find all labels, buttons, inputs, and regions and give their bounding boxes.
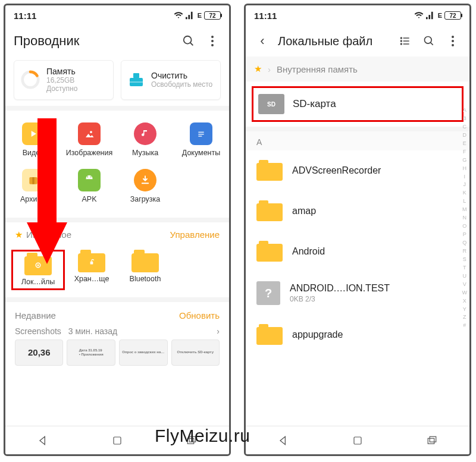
cat-empty: [173, 163, 229, 209]
nav-back[interactable]: [35, 432, 51, 449]
svg-marker-21: [40, 436, 45, 444]
file-row[interactable]: Android: [246, 231, 469, 272]
header-left: Проводник: [5, 26, 229, 56]
file-name: Android: [292, 246, 325, 257]
search-icon[interactable]: [180, 33, 197, 49]
status-right: E 72: [414, 11, 461, 20]
cat-label: Изображения: [66, 149, 113, 157]
cat-music[interactable]: Музыка: [117, 117, 173, 163]
clean-icon: [127, 71, 145, 89]
folder-icon: [256, 160, 283, 181]
signal-icon: [186, 11, 195, 20]
signal-label: E: [438, 12, 442, 19]
thumb[interactable]: Отключить SD-карту: [171, 340, 220, 366]
svg-rect-20: [90, 262, 93, 265]
cat-download[interactable]: Загрузка: [117, 163, 173, 209]
memory-avail: Доступно: [46, 84, 77, 93]
fav-manage-link[interactable]: Управление: [170, 230, 220, 240]
phone-right: 11:11 E 72 ‹ Локальные файл ★ › Внутренн…: [244, 4, 471, 456]
more-icon[interactable]: [444, 33, 461, 49]
chevron-right-icon: ›: [217, 326, 220, 336]
file-row[interactable]: ? ANDROID.…ION.TEST 0KB 2/3: [246, 272, 469, 315]
app-title: Проводник: [14, 33, 173, 49]
cat-label: APK: [82, 195, 96, 203]
status-right: E 72: [174, 11, 221, 20]
phone-left: 11:11 E 72 Проводник Память 16,25GB Дост…: [4, 4, 231, 456]
thumb[interactable]: Дата 31.05.19• Приложения: [67, 340, 115, 366]
folder-label: Лок…йлы: [21, 278, 55, 286]
nav-home[interactable]: [349, 432, 366, 449]
file-row[interactable]: appupgrade: [246, 315, 469, 355]
file-row[interactable]: amap: [246, 191, 469, 231]
memory-size: 16,25GB: [46, 76, 77, 84]
svg-rect-41: [430, 436, 437, 442]
screenshots-ago: 3 мин. назад: [68, 326, 117, 336]
folder-icon: [131, 250, 159, 272]
cat-images[interactable]: Изображения: [61, 117, 117, 163]
svg-point-17: [90, 176, 92, 177]
nav-back[interactable]: [275, 432, 292, 449]
page-title: Локальные файл: [278, 34, 390, 48]
watermark: FlyMeizu.ru: [155, 426, 250, 446]
svg-rect-1: [188, 15, 190, 19]
alpha-index[interactable]: ABCDEFGHIJKLMNOPQRSTUVWXYZ#: [462, 106, 468, 330]
folder-icon: [256, 241, 283, 262]
back-icon[interactable]: ‹: [254, 33, 271, 49]
cat-archives[interactable]: Архивы: [5, 163, 61, 209]
svg-rect-40: [428, 438, 435, 444]
file-name: ADVScreenRecorder: [292, 165, 381, 176]
thumb[interactable]: Опрос о заводских на…: [119, 340, 168, 366]
folder-icon: [24, 253, 52, 275]
folder-bluetooth[interactable]: Bluetooth: [118, 250, 172, 290]
nav-home[interactable]: [109, 432, 126, 449]
svg-point-19: [37, 264, 39, 266]
cat-label: Музыка: [132, 149, 158, 157]
nav-recent[interactable]: [424, 432, 440, 449]
doc-icon: [190, 122, 212, 145]
svg-rect-22: [114, 437, 121, 444]
unknown-file-icon: ?: [256, 281, 280, 305]
screenshots-row[interactable]: Screenshots 3 мин. назад ›: [5, 326, 229, 340]
file-sub: 0KB 2/3: [290, 295, 390, 303]
screenshot-thumbs: 20,36 Дата 31.05.19• Приложения Опрос о …: [5, 340, 229, 366]
folder-label: Bluetooth: [130, 275, 161, 283]
cat-apk[interactable]: APK: [61, 163, 117, 209]
signal-label: E: [198, 12, 202, 19]
status-time: 11:11: [14, 11, 36, 21]
svg-rect-0: [186, 17, 187, 20]
thumb[interactable]: 20,36: [15, 340, 63, 366]
svg-rect-29: [431, 12, 433, 19]
battery-icon: 72: [204, 11, 221, 20]
sd-card-row[interactable]: SD SD-карта: [252, 86, 464, 122]
categories-grid: Видео Изображения Музыка Документы Архив…: [5, 106, 229, 222]
memory-card[interactable]: Память 16,25GB Доступно: [14, 60, 114, 100]
crumb-label: Внутренняя память: [277, 64, 358, 74]
status-bar: 11:11 E 72: [246, 5, 469, 26]
cat-label: Видео: [23, 149, 45, 157]
wifi-icon: [414, 11, 424, 20]
svg-rect-28: [428, 15, 430, 19]
more-icon[interactable]: [204, 33, 221, 49]
cat-video[interactable]: Видео: [5, 117, 61, 163]
download-icon: [134, 169, 156, 191]
clean-card[interactable]: Очистить Освободить место: [121, 60, 221, 100]
list-view-icon[interactable]: [397, 33, 414, 49]
apk-icon: [78, 169, 101, 191]
folder-local-files[interactable]: Лок…йлы: [11, 250, 65, 290]
recent-update-link[interactable]: Обновить: [179, 310, 220, 320]
svg-point-10: [90, 131, 92, 133]
breadcrumb[interactable]: ★ › Внутренняя память: [246, 56, 469, 81]
cat-documents[interactable]: Документы: [173, 117, 229, 163]
folder-storage[interactable]: Хран…ще: [65, 250, 118, 290]
svg-line-4: [190, 43, 193, 46]
clean-label: Очистить: [151, 71, 212, 80]
battery-icon: 72: [444, 11, 461, 20]
search-icon[interactable]: [421, 33, 437, 49]
file-name: amap: [292, 206, 316, 216]
svg-rect-7: [133, 73, 139, 78]
svg-marker-9: [32, 131, 36, 137]
folder-icon: [78, 250, 105, 272]
svg-marker-38: [280, 436, 285, 444]
file-row[interactable]: ADVScreenRecorder: [246, 150, 469, 191]
fav-folders: Лок…йлы Хран…ще Bluetooth: [5, 247, 229, 297]
